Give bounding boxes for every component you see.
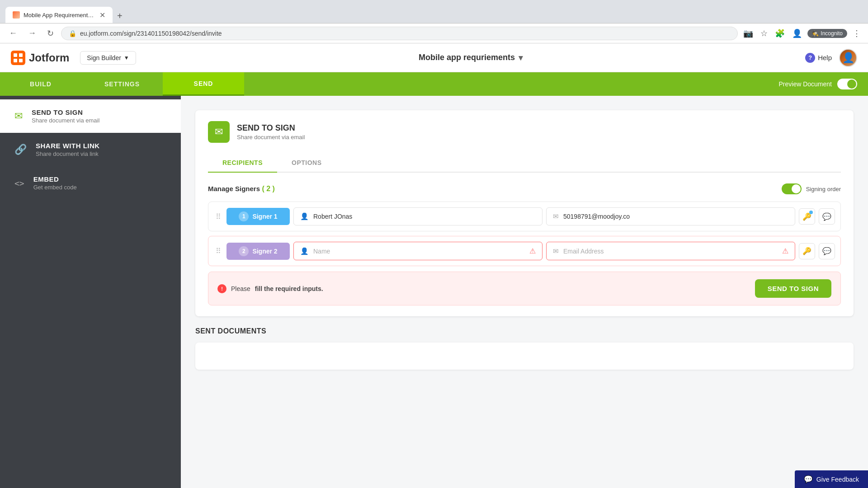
tab-recipients[interactable]: RECIPIENTS: [208, 154, 277, 173]
signer-badge-2[interactable]: 2 Signer 2: [226, 243, 290, 260]
incognito-icon: 🕵️: [812, 30, 819, 37]
error-circle-icon: !: [217, 284, 226, 293]
main-content: ✉ SEND TO SIGN Share document via email …: [0, 96, 868, 488]
person-icon-2: 👤: [300, 247, 309, 255]
back-button[interactable]: ←: [5, 27, 21, 40]
give-feedback-button[interactable]: 💬 Give Feedback: [795, 470, 868, 488]
header-title: Mobile app requriements ▾: [147, 53, 794, 63]
svg-rect-3: [14, 59, 17, 62]
name-error-icon: ⚠: [529, 247, 536, 255]
bookmark-icon[interactable]: ☆: [759, 27, 769, 40]
new-tab-button[interactable]: +: [115, 9, 124, 23]
tab-close-button[interactable]: ✕: [99, 11, 105, 19]
help-icon: ?: [805, 53, 815, 63]
browser-chrome: Mobile App Requirements - Cop... ✕ +: [0, 0, 868, 23]
tab-send[interactable]: SEND: [163, 72, 244, 96]
signer-1-message-button[interactable]: 💬: [819, 208, 835, 225]
manage-signers-label: Manage Signers: [208, 185, 260, 192]
signing-order-section: Signing order: [782, 183, 841, 194]
email-error-icon: ⚠: [782, 247, 788, 255]
error-message: ! Please fill the required inputs.: [217, 284, 323, 293]
signer-1-name-value: Robert JOnas: [313, 213, 352, 220]
tab-options[interactable]: OPTIONS: [277, 154, 336, 172]
drag-handle-1[interactable]: ⠿: [214, 212, 223, 221]
svg-rect-2: [19, 53, 23, 57]
toggle-on-knob: [792, 184, 801, 193]
sidebar-item-send-to-sign[interactable]: ✉ SEND TO SIGN Share document via email: [0, 99, 181, 133]
camera-icon: 📷: [741, 27, 755, 40]
sidebar-embed-title: EMBED: [33, 175, 77, 183]
browser-tabs: Mobile App Requirements - Cop... ✕ +: [5, 0, 124, 23]
signer-2-message-button[interactable]: 💬: [819, 243, 835, 259]
address-bar[interactable]: 🔒 eu.jotform.com/sign/231401150198042/se…: [61, 27, 738, 40]
sidebar-item-share-with-link[interactable]: 🔗 SHARE WITH LINK Share document via lin…: [0, 133, 181, 166]
signer-2-name-placeholder: Name: [313, 248, 330, 255]
card-email-icon: ✉: [215, 126, 223, 138]
svg-rect-1: [14, 53, 17, 57]
logo-text: Jotform: [29, 52, 69, 64]
tab-title: Mobile App Requirements - Cop...: [24, 12, 96, 19]
signer-2-email-input[interactable]: ✉ Email Address ⚠: [546, 242, 795, 260]
sidebar-share-link-desc: Share document via link: [36, 150, 100, 157]
browser-toolbar: ← → ↻ 🔒 eu.jotform.com/sign/231401150198…: [0, 23, 868, 43]
signer-2-name-input[interactable]: 👤 Name ⚠: [293, 242, 542, 260]
tab-build[interactable]: BUILD: [0, 72, 81, 96]
tab-favicon: [13, 11, 20, 19]
person-icon-1: 👤: [300, 212, 309, 221]
send-to-sign-button[interactable]: SEND TO SIGN: [755, 279, 831, 298]
menu-icon[interactable]: ⋮: [851, 27, 863, 40]
profile-icon[interactable]: 👤: [790, 27, 804, 40]
signer-2-key-button[interactable]: 🔑: [799, 243, 815, 259]
sidebar: ✉ SEND TO SIGN Share document via email …: [0, 96, 181, 488]
preview-toggle[interactable]: [837, 79, 857, 89]
send-card-header: ✉ SEND TO SIGN Share document via email: [208, 121, 841, 143]
signer-badge-1[interactable]: 1 Signer 1: [226, 208, 290, 225]
error-banner: ! Please fill the required inputs. SEND …: [208, 272, 841, 305]
signer-num-1: 1: [239, 211, 249, 221]
sent-documents-card: [195, 343, 854, 370]
signer-row-2: ⠿ 2 Signer 2 👤 Name ⚠ ✉ Email Address ⚠: [208, 236, 841, 266]
avatar[interactable]: 👤: [839, 49, 857, 67]
extensions-icon[interactable]: 🧩: [773, 27, 787, 40]
browser-tab-active[interactable]: Mobile App Requirements - Cop... ✕: [5, 7, 113, 23]
sidebar-send-sign-title: SEND TO SIGN: [32, 108, 99, 116]
app: Jotform Sign Builder ▼ Mobile app requri…: [0, 43, 868, 488]
signers-count: ( 2 ): [262, 185, 275, 192]
manage-signers-row: Manage Signers ( 2 ) Signing order: [208, 183, 841, 194]
toggle-knob: [847, 80, 856, 89]
sent-documents-title: SENT DOCUMENTS: [195, 327, 854, 335]
url-text: eu.jotform.com/sign/231401150198042/send…: [80, 30, 222, 37]
forward-button[interactable]: →: [24, 27, 40, 40]
nav-bar: BUILD SETTINGS SEND Preview Document: [0, 72, 868, 96]
preview-document-section: Preview Document: [779, 79, 868, 89]
sidebar-send-sign-text: SEND TO SIGN Share document via email: [32, 108, 99, 124]
signer-1-name-input[interactable]: 👤 Robert JOnas: [293, 207, 542, 225]
chevron-down-icon: ▼: [124, 55, 129, 61]
feedback-label: Give Feedback: [816, 476, 859, 483]
signer-row-1: ⠿ 1 Signer 1 👤 Robert JOnas ✉ 50198791@m…: [208, 202, 841, 231]
signer-1-key-button[interactable]: 🔑: [799, 208, 815, 225]
sidebar-embed-text: EMBED Get embed code: [33, 175, 77, 191]
content-area: ✉ SEND TO SIGN Share document via email …: [181, 96, 868, 488]
error-text-bold: fill the required inputs.: [255, 285, 323, 292]
feedback-icon: 💬: [804, 475, 813, 483]
sidebar-send-sign-desc: Share document via email: [32, 117, 99, 124]
tab-settings[interactable]: SETTINGS: [81, 72, 163, 96]
sidebar-share-link-text: SHARE WITH LINK Share document via link: [36, 142, 100, 157]
preview-document-label: Preview Document: [779, 80, 832, 88]
sign-builder-label: Sign Builder: [87, 54, 121, 61]
signer-label-1: Signer 1: [252, 213, 277, 220]
signer-1-actions: 🔑 💬: [799, 208, 835, 225]
help-button[interactable]: ? Help: [805, 53, 832, 63]
logo-icon: [11, 51, 25, 65]
toolbar-icons: 📷 ☆ 🧩 👤 🕵️ Incognito ⋮: [741, 27, 863, 40]
sign-builder-button[interactable]: Sign Builder ▼: [80, 51, 136, 65]
signing-order-toggle[interactable]: [782, 183, 802, 194]
drag-handle-2[interactable]: ⠿: [214, 247, 223, 255]
signing-order-label: Signing order: [806, 186, 841, 192]
sidebar-item-embed[interactable]: <> EMBED Get embed code: [0, 166, 181, 200]
reload-button[interactable]: ↻: [43, 27, 57, 40]
signer-label-2: Signer 2: [252, 248, 277, 255]
manage-signers-label-section: Manage Signers ( 2 ): [208, 185, 275, 193]
signer-1-email-input[interactable]: ✉ 50198791@moodjoy.co: [546, 207, 795, 225]
